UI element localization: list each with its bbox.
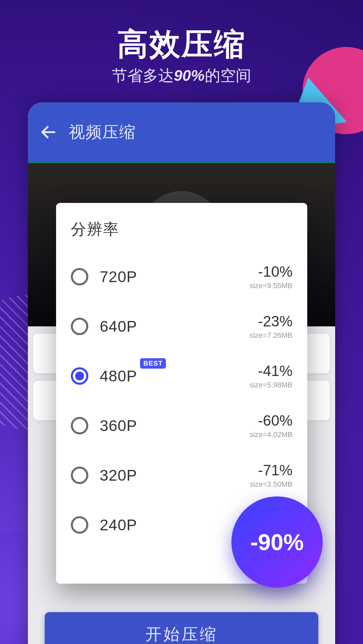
start-compress-label: 开始压缩 [145, 624, 218, 644]
option-stats: -71%size=3.50MB [249, 462, 292, 489]
radio-icon [71, 318, 88, 335]
appbar-title: 视频压缩 [69, 121, 136, 143]
hero-title: 高效压缩 [0, 23, 363, 65]
savings-bubble-text: -90% [251, 529, 304, 555]
radio-icon [71, 367, 88, 385]
resolution-option-360p[interactable]: 360P-60%size=4.02MB [71, 401, 292, 450]
hero-subtitle-percent: 90% [174, 67, 205, 84]
option-percent: -41% [249, 363, 292, 379]
option-stats: -10%size=9.55MB [249, 263, 292, 290]
resolution-option-480p[interactable]: 480PBEST-41%size=5.98MB [71, 351, 292, 401]
best-badge: BEST [140, 358, 166, 369]
savings-bubble: -90% [231, 496, 323, 588]
back-arrow-icon[interactable] [39, 123, 57, 141]
resolution-label: 240P [100, 516, 137, 534]
option-size: size=5.98MB [249, 381, 292, 389]
radio-icon [71, 417, 88, 434]
radio-icon [71, 516, 88, 534]
hero-subtitle-pre: 节省多达 [112, 67, 174, 84]
resolution-label: 720P [100, 268, 137, 286]
hero-subtitle-post: 的空间 [205, 67, 251, 84]
option-stats: -41%size=5.98MB [249, 363, 292, 389]
option-size: size=3.50MB [249, 480, 292, 489]
option-size: size=9.55MB [249, 281, 292, 290]
start-compress-button[interactable]: 开始压缩 [45, 612, 318, 644]
dialog-title: 分辨率 [71, 219, 292, 240]
app-bar: 视频压缩 [28, 102, 335, 162]
hero-subtitle: 节省多达90%的空间 [0, 65, 363, 86]
option-stats: -60%size=4.02MB [249, 412, 292, 439]
option-percent: -60% [249, 412, 292, 429]
option-stats: -23%size=7.26MB [249, 313, 292, 340]
option-percent: -71% [249, 462, 292, 479]
resolution-label: 320P [100, 466, 137, 484]
radio-icon [71, 268, 88, 285]
radio-icon [71, 467, 88, 484]
resolution-option-640p[interactable]: 640P-23%size=7.26MB [71, 302, 292, 351]
resolution-label: 360P [100, 417, 137, 435]
resolution-option-320p[interactable]: 320P-71%size=3.50MB [71, 450, 292, 500]
promo-background: 高效压缩 节省多达90%的空间 视频压缩 开始压缩 分辨率 720P-10%si… [0, 0, 363, 644]
option-percent: -10% [249, 263, 292, 280]
resolution-label: 480PBEST [100, 367, 137, 385]
option-percent: -23% [249, 313, 292, 330]
resolution-label: 640P [100, 317, 137, 335]
option-size: size=4.02MB [249, 430, 292, 439]
resolution-option-720p[interactable]: 720P-10%size=9.55MB [71, 252, 292, 302]
option-size: size=7.26MB [249, 331, 292, 340]
